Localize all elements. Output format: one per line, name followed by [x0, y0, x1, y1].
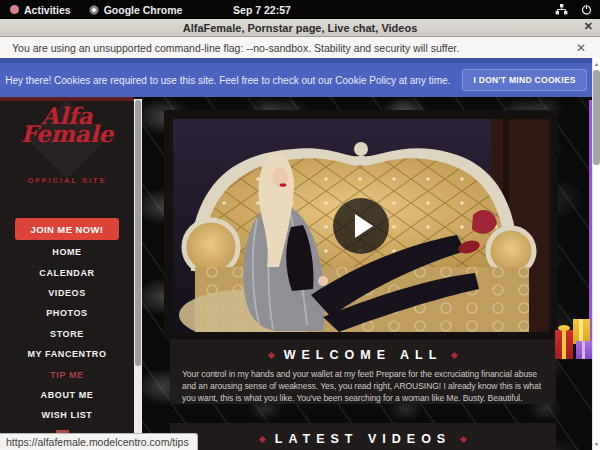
power-icon[interactable] [581, 4, 592, 15]
sidebar-scrollbar-thumb[interactable] [135, 100, 141, 366]
app-menu-button[interactable]: Google Chrome [89, 4, 183, 16]
heading-bullet-icon [460, 435, 467, 442]
scroll-up-icon[interactable]: ▲ [593, 61, 600, 67]
heading-bullet-icon [268, 351, 275, 358]
welcome-heading: WELCOME ALL [170, 348, 556, 362]
official-site-tagline: OFFICIAL SITE [0, 176, 134, 185]
sidebar-item-tip-me[interactable]: TIP ME [0, 364, 134, 384]
cookie-banner: Hey there! Cookies are required to use t… [0, 58, 592, 97]
cookie-message: Hey there! Cookies are required to use t… [5, 75, 450, 86]
gnome-top-bar: Activities Google Chrome Sep 7 22:57 [0, 0, 600, 19]
browser-viewport: Hey there! Cookies are required to use t… [0, 58, 600, 450]
logo-line2: Female [0, 123, 134, 144]
gifts-widget[interactable] [555, 319, 593, 363]
play-button[interactable] [333, 198, 389, 254]
welcome-text: Your control in my hands and your wallet… [182, 368, 544, 404]
sidebar-item-store[interactable]: STORE [0, 324, 134, 344]
browser-scrollbar[interactable]: ▲ ▼ [592, 58, 600, 450]
activities-button[interactable]: Activities [10, 4, 71, 16]
sidebar-item-videos[interactable]: VIDEOS [0, 283, 134, 303]
red-gift-icon [555, 330, 573, 359]
main-content: WELCOME ALL Your control in my hands and… [142, 97, 592, 450]
window-close-icon[interactable]: ✕ [584, 20, 593, 33]
sidebar-scrollbar[interactable] [134, 99, 142, 450]
sidebar-item-home[interactable]: HOME [0, 242, 134, 262]
join-now-button[interactable]: JOIN ME NOW! [15, 218, 119, 240]
welcome-title: WELCOME ALL [284, 348, 443, 362]
window-titlebar[interactable]: AlfaFemale, Pornstar page, Live chat, Vi… [0, 19, 600, 37]
sidebar-nav: HOME CALENDAR VIDEOS PHOTOS STORE MY FAN… [0, 242, 134, 426]
infobar-message: You are using an unsupported command-lin… [12, 42, 459, 54]
play-icon [355, 214, 373, 238]
sidebar: Alfa Female OFFICIAL SITE JOIN ME NOW! H… [0, 97, 134, 450]
network-icon[interactable] [555, 4, 568, 15]
clock[interactable]: Sep 7 22:57 [233, 4, 291, 16]
latest-videos-section: LATEST VIDEOS [170, 423, 556, 450]
sidebar-item-wish-list[interactable]: WISH LIST [0, 405, 134, 425]
window-title: AlfaFemale, Pornstar page, Live chat, Vi… [183, 22, 418, 34]
video-player[interactable] [164, 110, 558, 341]
heading-bullet-icon [259, 435, 266, 442]
app-menu-label: Google Chrome [104, 4, 183, 16]
activities-label: Activities [24, 4, 71, 16]
site-logo[interactable]: Alfa Female [0, 105, 134, 167]
desktop: Activities Google Chrome Sep 7 22:57 [0, 0, 600, 450]
cookie-accept-button[interactable]: I DON'T MIND COOKIES [462, 69, 586, 91]
chrome-infobar: You are using an unsupported command-lin… [0, 37, 600, 58]
activities-indicator-icon [10, 5, 19, 14]
sidebar-item-about-me[interactable]: ABOUT ME [0, 385, 134, 405]
scroll-down-icon[interactable]: ▼ [593, 441, 600, 447]
browser-scrollbar-thumb[interactable] [593, 70, 600, 165]
heading-bullet-icon [451, 351, 458, 358]
infobar-close-icon[interactable]: ✕ [576, 41, 586, 55]
welcome-section: WELCOME ALL Your control in my hands and… [170, 339, 556, 404]
page-body: Alfa Female OFFICIAL SITE JOIN ME NOW! H… [0, 97, 592, 450]
status-bar-url: https://alfafemale.modelcentro.com/tips [0, 433, 198, 450]
sidebar-item-my-fancentro[interactable]: MY FANCENTRO [0, 344, 134, 364]
purple-gift-icon [576, 341, 592, 359]
chrome-icon [89, 5, 99, 15]
latest-videos-title: LATEST VIDEOS [275, 432, 451, 446]
latest-videos-heading: LATEST VIDEOS [170, 432, 556, 446]
sidebar-item-calendar[interactable]: CALENDAR [0, 262, 134, 282]
sidebar-item-photos[interactable]: PHOTOS [0, 303, 134, 323]
